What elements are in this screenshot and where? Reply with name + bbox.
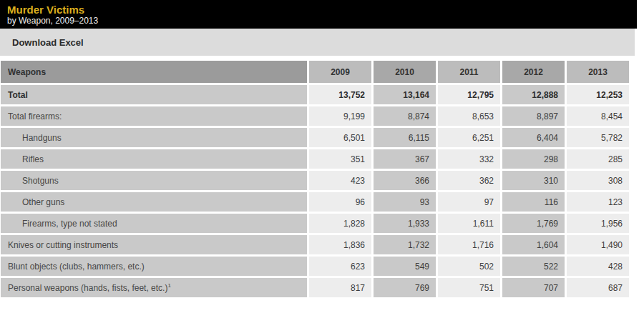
value-cell-2009: 351 <box>307 147 371 169</box>
value-cell-2013: 1,956 <box>565 212 629 233</box>
value-cell-2011: 12,795 <box>436 83 500 104</box>
table-header-row: Weapons 20092010201120122013 <box>1 61 629 83</box>
table-row: Shotguns423366362310308 <box>1 169 629 190</box>
row-label: Total firearms: <box>8 111 62 121</box>
value-cell-2010: 6,115 <box>371 126 436 147</box>
value-cell-2010: 13,164 <box>371 83 436 104</box>
row-label-cell: Shotguns <box>1 169 307 190</box>
row-label-cell: Total firearms: <box>1 104 307 126</box>
row-label-cell: Handguns <box>1 126 307 147</box>
row-label: Other guns <box>22 197 64 207</box>
page: Murder Victims by Weapon, 2009–2013 Down… <box>0 0 644 297</box>
table-row: Handguns6,5016,1156,2516,4045,782 <box>1 126 629 147</box>
table-row: Other guns969397116123 <box>1 190 629 212</box>
row-label-cell: Rifles <box>1 147 307 169</box>
value-cell-2013: 428 <box>565 254 629 276</box>
row-label: Shotguns <box>22 176 59 186</box>
value-cell-2012: 522 <box>500 254 565 276</box>
value-cell-2012: 116 <box>500 190 565 212</box>
column-header-2012: 2012 <box>500 61 565 83</box>
value-cell-2010: 769 <box>371 276 436 297</box>
table-row: Blunt objects (clubs, hammers, etc.)6235… <box>1 254 629 276</box>
value-cell-2011: 6,251 <box>436 126 500 147</box>
value-cell-2010: 366 <box>371 169 436 190</box>
table-row: Rifles351367332298285 <box>1 147 629 169</box>
download-excel-link[interactable]: Download Excel <box>12 37 84 48</box>
value-cell-2012: 298 <box>500 147 565 169</box>
column-header-2011: 2011 <box>436 61 500 83</box>
value-cell-2012: 12,888 <box>500 83 565 104</box>
value-cell-2013: 308 <box>565 169 629 190</box>
row-label-cell: Knives or cutting instruments <box>1 233 307 254</box>
table-row: Firearms, type not stated1,8281,9331,611… <box>1 212 629 233</box>
value-cell-2012: 310 <box>500 169 565 190</box>
value-cell-2011: 97 <box>436 190 500 212</box>
row-label: Handguns <box>22 133 62 143</box>
column-header-2010: 2010 <box>371 61 436 83</box>
page-title: Murder Victims <box>7 4 637 16</box>
value-cell-2010: 367 <box>371 147 436 169</box>
value-cell-2009: 6,501 <box>307 126 371 147</box>
value-cell-2011: 751 <box>436 276 500 297</box>
value-cell-2011: 1,611 <box>436 212 500 233</box>
row-label: Firearms, type not stated <box>22 219 117 229</box>
column-header-2009: 2009 <box>307 61 371 83</box>
page-header: Murder Victims by Weapon, 2009–2013 <box>0 0 637 29</box>
value-cell-2012: 707 <box>500 276 565 297</box>
value-cell-2009: 9,199 <box>307 104 371 126</box>
page-subtitle: by Weapon, 2009–2013 <box>7 16 637 26</box>
value-cell-2012: 1,604 <box>500 233 565 254</box>
value-cell-2009: 13,752 <box>307 83 371 104</box>
value-cell-2009: 423 <box>307 169 371 190</box>
row-label-cell: Other guns <box>1 190 307 212</box>
value-cell-2009: 1,828 <box>307 212 371 233</box>
value-cell-2013: 123 <box>565 190 629 212</box>
value-cell-2011: 1,716 <box>436 233 500 254</box>
value-cell-2013: 687 <box>565 276 629 297</box>
footnote-marker: 1 <box>167 282 170 289</box>
value-cell-2010: 8,874 <box>371 104 436 126</box>
value-cell-2010: 93 <box>371 190 436 212</box>
value-cell-2012: 8,897 <box>500 104 565 126</box>
value-cell-2010: 1,732 <box>371 233 436 254</box>
value-cell-2009: 623 <box>307 254 371 276</box>
row-label-cell: Blunt objects (clubs, hammers, etc.) <box>1 254 307 276</box>
row-label: Rifles <box>22 154 44 164</box>
value-cell-2011: 332 <box>436 147 500 169</box>
value-cell-2009: 1,836 <box>307 233 371 254</box>
column-header-2013: 2013 <box>565 61 629 83</box>
table-row: Personal weapons (hands, fists, feet, et… <box>1 276 629 297</box>
value-cell-2011: 362 <box>436 169 500 190</box>
row-label: Knives or cutting instruments <box>8 240 118 250</box>
value-cell-2013: 285 <box>565 147 629 169</box>
value-cell-2012: 6,404 <box>500 126 565 147</box>
row-label-cell: Firearms, type not stated <box>1 212 307 233</box>
value-cell-2013: 5,782 <box>565 126 629 147</box>
value-cell-2013: 12,253 <box>565 83 629 104</box>
value-cell-2010: 1,933 <box>371 212 436 233</box>
table-row: Total firearms:9,1998,8748,6538,8978,454 <box>1 104 629 126</box>
download-bar: Download Excel <box>0 29 635 56</box>
value-cell-2009: 817 <box>307 276 371 297</box>
column-header-weapons: Weapons <box>1 61 307 83</box>
value-cell-2011: 8,653 <box>436 104 500 126</box>
value-cell-2013: 8,454 <box>565 104 629 126</box>
value-cell-2011: 502 <box>436 254 500 276</box>
table-row: Knives or cutting instruments1,8361,7321… <box>1 233 629 254</box>
row-label: Blunt objects (clubs, hammers, etc.) <box>8 262 145 272</box>
row-label: Personal weapons (hands, fists, feet, et… <box>8 283 167 293</box>
value-cell-2009: 96 <box>307 190 371 212</box>
value-cell-2012: 1,769 <box>500 212 565 233</box>
row-label: Total <box>8 90 28 100</box>
row-label-cell: Total <box>1 83 307 104</box>
table-row: Total13,75213,16412,79512,88812,253 <box>1 83 629 104</box>
row-label-cell: Personal weapons (hands, fists, feet, et… <box>1 276 307 297</box>
value-cell-2013: 1,490 <box>565 233 629 254</box>
murder-victims-table: Weapons 20092010201120122013 Total13,752… <box>1 61 629 297</box>
value-cell-2010: 549 <box>371 254 436 276</box>
